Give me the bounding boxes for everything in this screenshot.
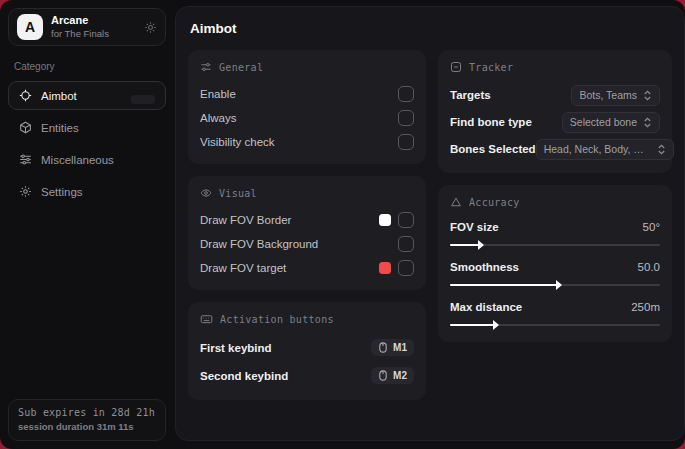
setting-row-always: Always [200, 106, 414, 129]
fov-border-checkbox[interactable] [398, 212, 414, 228]
slider-fill [450, 324, 494, 326]
setting-label: FOV size [450, 221, 499, 233]
triangle-icon [450, 196, 462, 208]
setting-row-fov-background: Draw FOV Background [200, 232, 414, 255]
scan-icon [450, 61, 462, 73]
sub-expiry-text: Sub expires in 28d 21h [18, 407, 156, 418]
dropdown-value: Selected bone [570, 116, 637, 128]
setting-label: Find bone type [450, 116, 532, 128]
fov-size-slider[interactable] [450, 244, 660, 246]
fov-size-value: 50° [643, 221, 660, 233]
setting-label: Bones Selected [450, 143, 536, 155]
setting-row-visibility-check: Visibility check [200, 130, 414, 153]
app-window: A Arcane for The Finals Category [0, 0, 685, 449]
card-title: General [219, 62, 263, 73]
card-tracker: Tracker Targets Bots, Teams [438, 50, 672, 173]
keybind-value: M1 [393, 342, 407, 353]
gear-icon[interactable] [144, 21, 157, 34]
setting-label: Enable [200, 88, 236, 100]
brand-text: Arcane for The Finals [51, 14, 109, 40]
dropdown-value: Head, Neck, Body, Pe... [544, 143, 651, 155]
setting-row-enable: Enable [200, 82, 414, 105]
setting-row-find-bone-type: Find bone type Selected bone [450, 109, 660, 135]
slider-fill [450, 284, 557, 286]
find-bone-type-dropdown[interactable]: Selected bone [562, 112, 660, 133]
card-title: Activation buttons [220, 314, 334, 325]
chevron-up-down-icon [643, 117, 652, 128]
enable-checkbox[interactable] [398, 86, 414, 102]
chevron-up-down-icon [657, 144, 666, 155]
mouse-icon [378, 342, 388, 353]
card-activation-buttons: Activation buttons First keybind [188, 302, 426, 400]
gear-icon [19, 185, 32, 198]
setting-label: Smoothness [450, 261, 519, 273]
main-area: Aimbot [174, 0, 685, 449]
card-title: Visual [219, 188, 257, 199]
fov-border-color-swatch[interactable] [379, 214, 391, 226]
slider-fill [450, 244, 479, 246]
ghost-badge [131, 95, 155, 104]
slider-handle[interactable] [556, 280, 562, 290]
setting-row-max-distance: Max distance 250m [450, 297, 660, 326]
targets-dropdown[interactable]: Bots, Teams [571, 85, 660, 106]
card-title: Tracker [469, 62, 513, 73]
smoothness-value: 50.0 [638, 261, 660, 273]
sidebar-item-entities[interactable]: Entities [8, 113, 166, 142]
card-general-header: General [200, 61, 414, 73]
mouse-icon [378, 370, 388, 381]
sidebar-item-aimbot[interactable]: Aimbot [8, 81, 166, 110]
brand-name: Arcane [51, 14, 109, 28]
tune-icon [200, 61, 212, 73]
setting-label: Draw FOV target [200, 262, 286, 274]
card-visual-header: Visual [200, 187, 414, 199]
cube-icon [19, 121, 32, 134]
setting-row-fov-size: FOV size 50° [450, 217, 660, 246]
session-duration-text: session duration 31m 11s [18, 421, 156, 432]
slider-handle[interactable] [493, 320, 499, 330]
chevron-up-down-icon [643, 90, 652, 101]
setting-label: Targets [450, 89, 491, 101]
eye-icon [200, 187, 212, 199]
smoothness-slider[interactable] [450, 284, 660, 286]
first-keybind-button[interactable]: M1 [371, 339, 414, 356]
crosshair-icon [19, 89, 32, 102]
setting-label: Visibility check [200, 136, 275, 148]
sidebar-item-miscellaneous[interactable]: Miscellaneous [8, 145, 166, 174]
brand-subtitle: for The Finals [51, 28, 109, 40]
setting-row-second-keybind: Second keybind M2 [200, 362, 414, 389]
second-keybind-button[interactable]: M2 [371, 367, 414, 384]
fov-target-color-swatch[interactable] [379, 262, 391, 274]
sidebar-item-label: Entities [41, 122, 79, 134]
max-distance-value: 250m [631, 301, 660, 313]
card-title: Accuracy [469, 197, 520, 208]
setting-label: Always [200, 112, 236, 124]
setting-label: Second keybind [200, 370, 288, 382]
setting-row-bones-selected: Bones Selected Head, Neck, Body, Pe... [450, 136, 660, 162]
setting-row-fov-target: Draw FOV target [200, 256, 414, 279]
visibility-check-checkbox[interactable] [398, 134, 414, 150]
max-distance-slider[interactable] [450, 324, 660, 326]
sidebar-nav: Aimbot Entities [8, 81, 166, 206]
card-tracker-header: Tracker [450, 61, 660, 73]
sidebar-item-label: Settings [41, 186, 83, 198]
setting-label: First keybind [200, 342, 272, 354]
sliders-icon [19, 153, 32, 166]
setting-label: Max distance [450, 301, 522, 313]
fov-background-checkbox[interactable] [398, 236, 414, 252]
sidebar-item-label: Miscellaneous [41, 154, 114, 166]
sidebar-item-settings[interactable]: Settings [8, 177, 166, 206]
fov-target-checkbox[interactable] [398, 260, 414, 276]
content-panel: Aimbot [175, 6, 685, 441]
slider-handle[interactable] [478, 240, 484, 250]
bones-selected-dropdown[interactable]: Head, Neck, Body, Pe... [536, 139, 674, 160]
keybind-value: M2 [393, 370, 407, 381]
page-title: Aimbot [190, 21, 672, 36]
sidebar: A Arcane for The Finals Category [0, 0, 174, 449]
setting-label: Draw FOV Background [200, 238, 318, 250]
card-activation-header: Activation buttons [200, 313, 414, 325]
always-checkbox[interactable] [398, 110, 414, 126]
subscription-info: Sub expires in 28d 21h session duration … [8, 399, 166, 441]
setting-row-first-keybind: First keybind M1 [200, 334, 414, 361]
keyboard-icon [200, 313, 213, 325]
card-visual: Visual Draw FOV Border Draw FOV Backgrou… [188, 176, 426, 290]
